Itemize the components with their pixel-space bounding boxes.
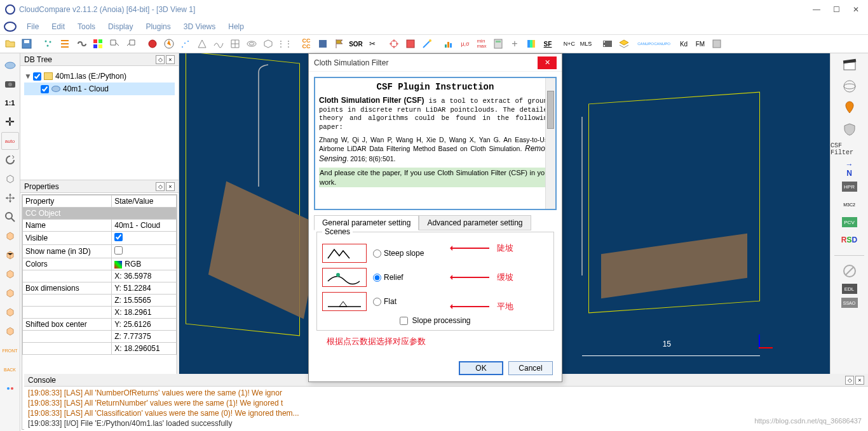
target-icon[interactable] xyxy=(386,36,402,51)
view-top-icon[interactable] xyxy=(1,227,19,245)
close-pane-button[interactable]: × xyxy=(166,55,175,64)
view-left-icon[interactable] xyxy=(1,303,19,321)
save-icon[interactable] xyxy=(19,36,34,51)
ssao-icon[interactable]: SSAO xyxy=(841,298,858,308)
steep-radio-label[interactable]: Steep slope xyxy=(373,249,424,258)
rsd-icon[interactable]: RSD xyxy=(841,231,858,249)
dialog-titlebar[interactable]: Cloth Simulation Filter ✕ xyxy=(309,54,562,72)
menu-edit[interactable]: Edit xyxy=(46,21,70,32)
menu-3dviews[interactable]: 3D Views xyxy=(179,21,220,32)
compass-icon[interactable] xyxy=(161,36,177,51)
auto-icon[interactable]: auto xyxy=(1,132,19,150)
list-icon[interactable] xyxy=(57,36,72,51)
stats-icon[interactable]: μ,σ xyxy=(458,36,473,51)
view-front-icon[interactable] xyxy=(1,246,19,264)
rotate-icon[interactable] xyxy=(1,151,19,169)
pcv-icon[interactable]: PCV xyxy=(842,217,857,227)
cube1-icon[interactable] xyxy=(1,170,19,188)
steep-radio[interactable] xyxy=(373,249,381,258)
grid-icon[interactable] xyxy=(227,36,243,51)
flat-radio[interactable] xyxy=(373,298,381,306)
sphere-icon[interactable] xyxy=(145,36,160,51)
link-icon[interactable] xyxy=(74,36,89,51)
ok-button[interactable]: OK xyxy=(459,361,503,375)
nplusc-button[interactable]: N+C xyxy=(562,36,577,51)
undock-button[interactable]: ◇ xyxy=(156,55,165,64)
slope-checkbox[interactable] xyxy=(400,317,408,325)
no-icon[interactable] xyxy=(841,262,858,280)
view-right-icon[interactable] xyxy=(1,322,19,340)
dbtree[interactable]: ▼ 40m1.las (E:/Python) 40m1 - Cloud xyxy=(20,66,179,180)
box-icon[interactable] xyxy=(315,36,330,51)
edl-icon[interactable]: EDL xyxy=(842,284,857,294)
relief-radio-label[interactable]: Relief xyxy=(373,273,403,282)
layers-icon[interactable] xyxy=(616,36,632,51)
volume-icon[interactable] xyxy=(261,36,276,51)
sor-button[interactable]: SOR xyxy=(348,36,363,51)
sf-button[interactable]: SF xyxy=(540,36,555,51)
view-side-icon[interactable] xyxy=(1,265,19,283)
minimize-button[interactable]: — xyxy=(813,5,820,14)
cloud-icon[interactable] xyxy=(1,56,19,74)
tree-item-root[interactable]: ▼ 40m1.las (E:/Python) xyxy=(24,70,175,83)
plus-icon[interactable]: + xyxy=(507,36,522,51)
clapper-icon[interactable] xyxy=(841,56,858,74)
import-icon[interactable] xyxy=(123,36,139,51)
color-icon[interactable] xyxy=(90,36,105,51)
kd-button[interactable]: Kd xyxy=(676,36,691,51)
close-pane-button[interactable]: × xyxy=(166,182,175,191)
ratio-icon[interactable]: 1:1 xyxy=(1,94,19,112)
flat-radio-label[interactable]: Flat xyxy=(373,297,397,306)
histogram-icon[interactable] xyxy=(441,36,456,51)
export-icon[interactable] xyxy=(107,36,122,51)
north-icon[interactable]: →N xyxy=(841,160,858,178)
calc-icon[interactable] xyxy=(491,36,506,51)
cancel-button[interactable]: Cancel xyxy=(508,361,553,375)
scissors-icon[interactable]: ✂ xyxy=(365,36,380,51)
menu-display[interactable]: Display xyxy=(103,21,138,32)
zoom-icon[interactable] xyxy=(1,208,19,226)
relief-radio[interactable] xyxy=(373,274,381,282)
scrollbar[interactable] xyxy=(545,78,555,209)
mesh-icon[interactable] xyxy=(194,36,210,51)
book-icon[interactable] xyxy=(403,36,418,51)
fm-button[interactable]: FM xyxy=(693,36,708,51)
cc-icon[interactable]: CCCC xyxy=(299,36,314,51)
visible-checkbox[interactable] xyxy=(114,233,123,241)
pin-icon[interactable] xyxy=(841,99,858,117)
menu-file[interactable]: File xyxy=(22,21,44,32)
m3c2-icon[interactable]: M3C2 xyxy=(841,196,858,213)
back-label-icon[interactable]: BACK xyxy=(1,361,19,378)
canupo1-button[interactable]: CANUPO xyxy=(638,36,653,51)
tab-advanced[interactable]: Advanced parameter setting xyxy=(419,215,531,230)
undock-button[interactable]: ◇ xyxy=(845,376,854,385)
menu-tools[interactable]: Tools xyxy=(72,21,100,32)
dots-icon[interactable]: ⋮⋮ xyxy=(277,36,292,51)
showname-checkbox[interactable] xyxy=(114,246,123,255)
scatter-icon[interactable] xyxy=(178,36,193,51)
camera-icon[interactable] xyxy=(1,75,19,93)
flag-icon[interactable] xyxy=(332,36,347,51)
maximize-button[interactable]: ☐ xyxy=(833,5,840,14)
shield-icon[interactable] xyxy=(841,121,858,138)
dialog-close-button[interactable]: ✕ xyxy=(538,56,557,69)
view-back-icon[interactable] xyxy=(1,284,19,302)
sfgrid-icon[interactable] xyxy=(709,36,724,51)
canupo2-button[interactable]: CANUPO xyxy=(654,36,670,51)
instruction-panel[interactable]: CSF Plugin Instruction Cloth Simulation … xyxy=(314,77,557,210)
cross-icon[interactable]: ✛ xyxy=(1,113,19,131)
film-icon[interactable] xyxy=(600,36,615,51)
iso-icon[interactable] xyxy=(1,380,19,397)
csf-filter-label[interactable]: CSF Filter xyxy=(831,142,868,156)
hpr-icon[interactable]: HPR xyxy=(842,182,857,192)
tree-check-cloud[interactable] xyxy=(41,85,49,93)
close-button[interactable]: ✕ xyxy=(853,5,859,14)
open-icon[interactable] xyxy=(3,36,18,51)
minmax-icon[interactable]: minmax xyxy=(474,36,489,51)
move-icon[interactable] xyxy=(1,189,19,207)
undock-button[interactable]: ◇ xyxy=(156,182,165,191)
surface-icon[interactable] xyxy=(211,36,226,51)
menu-plugins[interactable]: Plugins xyxy=(140,21,175,32)
tree-item-cloud[interactable]: 40m1 - Cloud xyxy=(24,83,175,95)
mls-button[interactable]: MLS xyxy=(578,36,593,51)
